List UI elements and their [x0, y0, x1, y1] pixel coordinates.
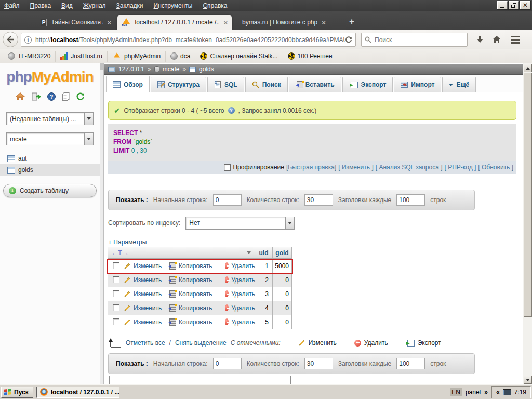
- delete-link[interactable]: Удалить: [231, 290, 255, 298]
- start-row-input[interactable]: [213, 194, 242, 206]
- database-select[interactable]: mcafe: [6, 132, 94, 145]
- scroll-up-button[interactable]: [524, 64, 532, 72]
- toolbar-overflow-chevron[interactable]: »: [484, 389, 488, 396]
- action-columns-header[interactable]: ←T→: [108, 249, 129, 257]
- tab-smallville[interactable]: P Тайны Смолвиля / Smallville ... ×: [36, 15, 115, 30]
- tab-structure[interactable]: Структура: [151, 77, 206, 92]
- logout-icon[interactable]: [32, 92, 41, 101]
- row-count-input[interactable]: [304, 194, 333, 206]
- row-checkbox[interactable]: [113, 318, 119, 325]
- column-header-uid[interactable]: uid: [255, 249, 272, 257]
- tab-export[interactable]: Экспорт: [342, 77, 393, 92]
- create-table-button[interactable]: + Создать таблицу: [3, 184, 97, 197]
- delete-link[interactable]: Удалить: [231, 276, 255, 284]
- menu-file[interactable]: Файл: [4, 2, 20, 9]
- page-scrollbar[interactable]: [523, 63, 532, 384]
- check-all-link[interactable]: Отметить все: [126, 339, 165, 347]
- home-icon[interactable]: [16, 92, 25, 101]
- options-toggle-link[interactable]: + Параметры: [108, 238, 147, 246]
- row-checkbox[interactable]: [113, 304, 119, 311]
- help-icon[interactable]: ?: [47, 92, 56, 101]
- row-count-input[interactable]: [304, 358, 333, 369]
- minimize-button[interactable]: [497, 1, 508, 9]
- edit-link[interactable]: Изменить: [134, 276, 162, 284]
- docs-icon[interactable]: [62, 92, 70, 101]
- copy-link[interactable]: Копировать: [179, 262, 212, 270]
- edit-link[interactable]: [ Изменить ]: [338, 164, 373, 171]
- panel-label[interactable]: panel: [466, 389, 481, 396]
- explain-link[interactable]: [ Анализ SQL запроса ]: [376, 164, 443, 171]
- recent-tables-select[interactable]: (Недавние таблицы) ...: [6, 112, 94, 125]
- query-select-partial[interactable]: [109, 376, 291, 384]
- delete-selected-button[interactable]: Удалить: [354, 339, 388, 347]
- bookmark-stalker[interactable]: Сталкер онлайн Stalk...: [195, 51, 283, 62]
- menu-help[interactable]: Справка: [203, 2, 227, 9]
- menu-tools[interactable]: Инструменты: [154, 2, 193, 9]
- copy-link[interactable]: Копировать: [179, 290, 212, 298]
- headers-every-input[interactable]: [396, 358, 425, 369]
- edit-link[interactable]: Изменить: [134, 318, 162, 326]
- restore-button[interactable]: [509, 1, 519, 9]
- refresh-icon[interactable]: [76, 92, 85, 101]
- refresh-link[interactable]: [ Обновить ]: [478, 164, 513, 171]
- delete-link[interactable]: Удалить: [231, 318, 255, 326]
- php-code-link[interactable]: [ PHP-код ]: [445, 164, 476, 171]
- breadcrumb-database[interactable]: mcafe: [163, 65, 180, 73]
- bookmark-dca[interactable]: dca: [166, 51, 195, 62]
- delete-link[interactable]: Удалить: [231, 262, 255, 270]
- bookmark-justhost[interactable]: JustHost.ru: [56, 51, 108, 62]
- tab-sql[interactable]: SQL: [207, 77, 244, 92]
- edit-link[interactable]: Изменить: [134, 304, 162, 312]
- row-checkbox[interactable]: [113, 276, 119, 283]
- tab-phpmyadmin[interactable]: PMA localhost / 127.0.0.1 / mcafe /... ×: [117, 15, 232, 30]
- search-bar[interactable]: [361, 33, 468, 47]
- tray-collapse-chevron[interactable]: «: [496, 389, 500, 396]
- breadcrumb-server[interactable]: 127.0.0.1: [118, 65, 144, 73]
- network-monitor-icon[interactable]: [503, 389, 511, 395]
- inline-edit-link[interactable]: [Быстрая правка]: [286, 164, 336, 171]
- uncheck-all-link[interactable]: Снять выделение: [175, 339, 227, 347]
- profiling-checkbox[interactable]: [224, 164, 231, 171]
- sidebar-table-golds[interactable]: golds: [0, 164, 100, 176]
- start-row-input[interactable]: [213, 358, 242, 369]
- menu-edit[interactable]: Правка: [30, 2, 51, 9]
- home-button[interactable]: [490, 34, 503, 45]
- menu-history[interactable]: Журнал: [83, 2, 106, 9]
- url-bar[interactable]: i http://localhost/Tools/phpMyAdmin/inde…: [21, 33, 356, 47]
- tab-search[interactable]: Поиск: [245, 77, 288, 92]
- sort-index-select[interactable]: Нет: [185, 217, 295, 230]
- bookmark-tlmr3220[interactable]: TL-MR3220: [3, 51, 56, 62]
- reload-icon[interactable]: [345, 36, 352, 44]
- bookmark-phpmyadmin[interactable]: phpMyAdmin: [108, 51, 166, 62]
- tab-more[interactable]: Ещё: [442, 77, 476, 92]
- tab-bymas[interactable]: bymas.ru | Помогите с php ×: [234, 15, 338, 30]
- options-dropdown-icon[interactable]: [247, 251, 251, 254]
- start-button[interactable]: Пуск: [1, 387, 33, 398]
- help-icon[interactable]: ?: [228, 107, 235, 114]
- headers-every-input[interactable]: [396, 194, 425, 206]
- edit-selected-button[interactable]: Изменить: [298, 339, 337, 347]
- pma-logo[interactable]: phpMyAdmin: [0, 69, 100, 85]
- tab-insert[interactable]: Вставить: [289, 77, 341, 92]
- search-input[interactable]: [375, 36, 464, 44]
- scroll-down-button[interactable]: [524, 376, 532, 384]
- page-info-icon[interactable]: i: [24, 36, 32, 44]
- app-menu-button[interactable]: [509, 34, 522, 45]
- row-checkbox[interactable]: [113, 290, 119, 297]
- row-checkbox[interactable]: [113, 262, 119, 269]
- tab-browse[interactable]: Обзор: [106, 76, 150, 92]
- edit-link[interactable]: Изменить: [134, 290, 162, 298]
- export-selected-button[interactable]: Экспорт: [406, 339, 441, 347]
- copy-link[interactable]: Копировать: [179, 304, 212, 312]
- copy-link[interactable]: Копировать: [179, 318, 212, 326]
- edit-link[interactable]: Изменить: [134, 262, 162, 270]
- back-button[interactable]: [3, 32, 18, 47]
- column-header-gold[interactable]: gold: [272, 247, 292, 258]
- language-indicator[interactable]: EN: [450, 388, 462, 396]
- bookmark-rentgen[interactable]: 100 Рентген: [283, 51, 337, 62]
- scrollbar-thumb[interactable]: [524, 73, 532, 317]
- new-tab-button[interactable]: +: [345, 16, 358, 28]
- taskbar-item-firefox[interactable]: localhost / 127.0.0.1 / ...: [36, 387, 119, 398]
- menu-bookmarks[interactable]: Закладки: [116, 2, 143, 9]
- downloads-button[interactable]: [474, 34, 486, 45]
